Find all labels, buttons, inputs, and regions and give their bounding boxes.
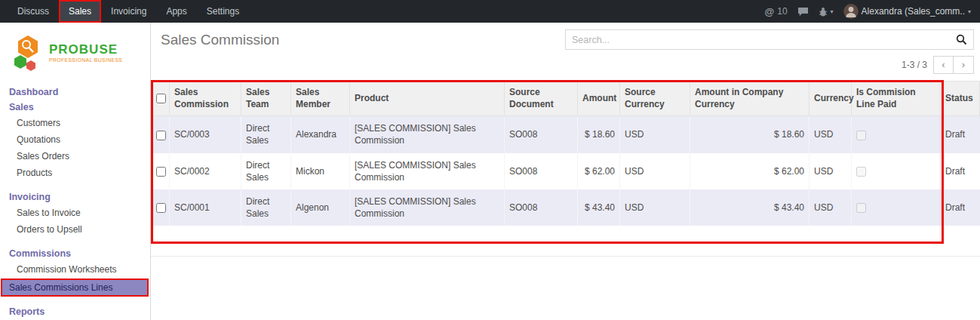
main-content: Sales Commission 1-3 / 3 ‹ › [151, 23, 980, 320]
messages-button[interactable] [797, 7, 809, 17]
cell-team: Direct Sales [241, 189, 291, 226]
sidebar-item-sales-commissions-lines[interactable]: Sales Commissions Lines [2, 279, 148, 296]
paid-checkbox[interactable] [856, 167, 866, 177]
table-header-row: Sales Commission Sales Team Sales Member… [152, 82, 980, 116]
sidebar-heading-dashboard[interactable]: Dashboard [0, 85, 150, 100]
cell-status: Draft [941, 153, 980, 189]
content-divider [151, 256, 980, 257]
cell-currency: USD [809, 189, 852, 226]
sidebar-item-products[interactable]: Products [0, 165, 150, 181]
sidebar-heading-commissions[interactable]: Commissions [0, 246, 150, 261]
col-source-currency[interactable]: Source Currency [620, 82, 690, 116]
cell-currency: USD [809, 153, 852, 189]
bug-icon [819, 7, 828, 17]
cell-ref[interactable]: SC/0003 [170, 116, 241, 153]
pager-prev-button[interactable]: ‹ [933, 56, 954, 74]
col-amount[interactable]: Amount [578, 82, 620, 116]
select-all-checkbox[interactable] [156, 94, 166, 103]
cell-status: Draft [941, 116, 980, 153]
cell-product: [SALES COMMISSION] Sales Commission [350, 189, 505, 226]
sidebar-heading-invoicing[interactable]: Invoicing [0, 189, 150, 205]
col-product[interactable]: Product [350, 82, 505, 116]
row-select-cell [152, 153, 170, 189]
col-amount-company-currency[interactable]: Amount in Company Currency [690, 82, 809, 116]
search-box [565, 29, 974, 50]
menu-discuss[interactable]: Discuss [8, 0, 59, 23]
select-all-cell [152, 82, 170, 116]
topbar: Discuss Sales Invoicing Apps Settings @ … [0, 0, 980, 23]
brand-name: PROBUSE [49, 43, 122, 56]
search-input[interactable] [566, 35, 953, 45]
cell-product: [SALES COMMISSION] Sales Commission [350, 116, 505, 153]
records-table: Sales Commission Sales Team Sales Member… [151, 81, 980, 226]
user-menu-button[interactable]: Alexandra (Sales_comm.. ▾ [843, 4, 971, 19]
search-button[interactable] [953, 34, 973, 45]
pager-next-button[interactable]: › [954, 56, 974, 74]
search-icon [956, 34, 967, 45]
pager: 1-3 / 3 ‹ › [151, 51, 980, 81]
cell-member: Alexandra [291, 116, 350, 153]
col-source-document[interactable]: Source Document [505, 82, 578, 116]
col-sales-member[interactable]: Sales Member [291, 82, 350, 116]
cell-amount: $ 62.00 [578, 153, 620, 189]
sidebar-item-orders-to-upsell[interactable]: Orders to Upsell [0, 221, 150, 238]
cell-ref[interactable]: SC/0001 [170, 189, 241, 226]
table-row[interactable]: SC/0001 Direct Sales Algenon [SALES COMM… [152, 189, 980, 226]
sidebar-item-quotations[interactable]: Quotations [0, 131, 150, 148]
cell-product: [SALES COMMISSION] Sales Commission [350, 153, 505, 189]
page-title: Sales Commission [161, 32, 279, 48]
paid-checkbox[interactable] [856, 203, 866, 213]
col-is-commission-line-paid[interactable]: Is Commision Line Paid [852, 82, 941, 116]
brand-logo [12, 35, 44, 71]
table-empty-space [151, 226, 980, 244]
sidebar-item-commission-worksheets[interactable]: Commission Worksheets [0, 261, 150, 278]
user-name: Alexandra (Sales_comm.. [862, 6, 965, 17]
cell-team: Direct Sales [241, 116, 291, 153]
row-checkbox[interactable] [156, 203, 166, 213]
menu-settings[interactable]: Settings [197, 0, 249, 23]
col-sales-team[interactable]: Sales Team [241, 82, 291, 116]
sidebar-item-sales-orders[interactable]: Sales Orders [0, 148, 150, 165]
cell-amount-company: $ 62.00 [690, 153, 809, 189]
at-icon: @ [765, 6, 775, 17]
table-row[interactable]: SC/0003 Direct Sales Alexandra [SALES CO… [152, 116, 980, 153]
mentions-button[interactable]: @ 10 [765, 6, 788, 17]
cell-amount: $ 43.40 [578, 189, 620, 226]
row-checkbox[interactable] [156, 167, 166, 177]
cell-currency: USD [809, 116, 852, 153]
menu-invoicing[interactable]: Invoicing [101, 0, 156, 23]
avatar [843, 4, 859, 19]
sidebar: PROBUSE PROFESSIONAL BUSINESS Dashboard … [0, 23, 151, 320]
cell-ref[interactable]: SC/0002 [170, 153, 241, 189]
paid-checkbox[interactable] [856, 131, 866, 140]
chat-bubble-icon [797, 7, 809, 17]
menu-sales[interactable]: Sales [59, 0, 101, 23]
control-panel: Sales Commission [151, 23, 980, 51]
sidebar-heading-reports[interactable]: Reports [0, 304, 150, 319]
col-status[interactable]: Status [941, 82, 980, 116]
col-currency[interactable]: Currency [809, 82, 852, 116]
sidebar-nav: Dashboard Sales Customers Quotations Sal… [0, 85, 150, 320]
topbar-right: @ 10 ▾ Alexandra (Sa [765, 4, 980, 19]
sidebar-item-customers[interactable]: Customers [0, 115, 150, 131]
sidebar-item-sales-to-invoice[interactable]: Sales to Invoice [0, 205, 150, 221]
sidebar-heading-sales[interactable]: Sales [0, 100, 150, 115]
cell-paid [852, 153, 941, 189]
row-checkbox[interactable] [156, 131, 166, 140]
caret-down-icon: ▾ [968, 8, 971, 15]
cell-source-document: SO008 [505, 189, 578, 226]
cell-member: Algenon [291, 189, 350, 226]
brand-text: PROBUSE PROFESSIONAL BUSINESS [49, 43, 122, 63]
cell-source-currency: USD [620, 189, 690, 226]
cell-amount-company: $ 43.40 [690, 189, 809, 226]
cell-source-document: SO008 [505, 153, 578, 189]
menu-apps[interactable]: Apps [156, 0, 196, 23]
brand-tagline: PROFESSIONAL BUSINESS [49, 57, 122, 63]
col-sales-commission[interactable]: Sales Commission [170, 82, 241, 116]
cell-source-currency: USD [620, 153, 690, 189]
table-row[interactable]: SC/0002 Direct Sales Mickon [SALES COMMI… [152, 153, 980, 189]
row-select-cell [152, 189, 170, 226]
caret-down-icon: ▾ [831, 8, 834, 15]
debug-menu-button[interactable]: ▾ [819, 7, 834, 17]
cell-paid [852, 189, 941, 226]
